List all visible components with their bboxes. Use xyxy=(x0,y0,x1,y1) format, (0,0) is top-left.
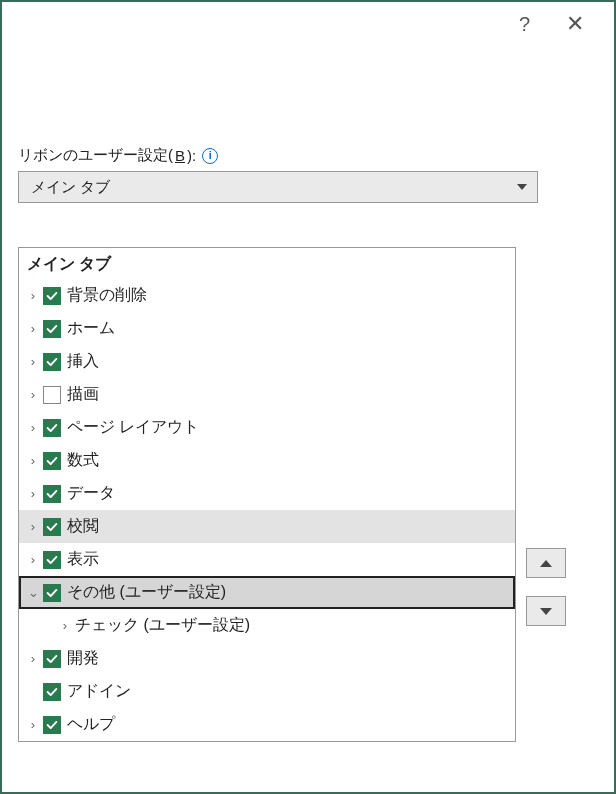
checkbox[interactable] xyxy=(43,287,61,305)
tabs-dropdown[interactable]: メイン タブ xyxy=(18,171,538,203)
chevron-right-icon[interactable]: › xyxy=(25,420,41,435)
tree-item[interactable]: ›数式 xyxy=(19,444,515,477)
tree-item[interactable]: ›背景の削除 xyxy=(19,279,515,312)
move-down-button[interactable] xyxy=(526,596,566,626)
chevron-right-icon[interactable]: › xyxy=(25,651,41,666)
tree-header: メイン タブ xyxy=(19,248,515,279)
triangle-down-icon xyxy=(540,608,552,615)
tree-item-label: チェック (ユーザー設定) xyxy=(75,615,250,636)
tree-item-label: 数式 xyxy=(67,450,99,471)
chevron-right-icon[interactable]: › xyxy=(25,387,41,402)
checkbox[interactable] xyxy=(43,485,61,503)
chevron-down-icon xyxy=(517,184,527,190)
tree-item-label: 描画 xyxy=(67,384,99,405)
tree-item[interactable]: ›チェック (ユーザー設定) xyxy=(19,609,515,642)
tree-item-label: ヘルプ xyxy=(67,714,115,735)
chevron-right-icon[interactable]: › xyxy=(25,453,41,468)
chevron-right-icon[interactable]: › xyxy=(25,519,41,534)
checkbox[interactable] xyxy=(43,353,61,371)
help-icon[interactable]: ? xyxy=(519,13,530,36)
titlebar: ? ✕ xyxy=(2,2,614,46)
chevron-right-icon[interactable]: › xyxy=(25,486,41,501)
checkbox[interactable] xyxy=(43,650,61,668)
tree-item-label: 開発 xyxy=(67,648,99,669)
tree-item-label: データ xyxy=(67,483,115,504)
label-text-prefix: リボンのユーザー設定( xyxy=(18,146,173,165)
info-icon[interactable]: i xyxy=(202,148,218,164)
chevron-right-icon[interactable]: › xyxy=(25,288,41,303)
tree-item-label: その他 (ユーザー設定) xyxy=(67,582,226,603)
checkbox[interactable] xyxy=(43,320,61,338)
content-area: リボンのユーザー設定(B): i メイン タブ メイン タブ ›背景の削除›ホー… xyxy=(2,46,614,742)
chevron-right-icon[interactable]: › xyxy=(25,552,41,567)
tree-item[interactable]: ›ホーム xyxy=(19,312,515,345)
tree-item[interactable]: ›開発 xyxy=(19,642,515,675)
chevron-right-icon[interactable]: › xyxy=(25,717,41,732)
tabs-tree: メイン タブ ›背景の削除›ホーム›挿入›描画›ページ レイアウト›数式›データ… xyxy=(18,247,516,742)
tree-item[interactable]: ›ページ レイアウト xyxy=(19,411,515,444)
close-icon[interactable]: ✕ xyxy=(566,11,584,37)
checkbox[interactable] xyxy=(43,584,61,602)
move-up-button[interactable] xyxy=(526,548,566,578)
chevron-down-icon[interactable]: ⌄ xyxy=(25,585,41,600)
label-text-suffix: ): xyxy=(187,147,196,164)
tree-item[interactable]: ›挿入 xyxy=(19,345,515,378)
tree-item-label: ホーム xyxy=(67,318,115,339)
checkbox[interactable] xyxy=(43,518,61,536)
tree-item[interactable]: ⌄その他 (ユーザー設定) xyxy=(19,576,515,609)
triangle-up-icon xyxy=(540,560,552,567)
tree-item[interactable]: ›描画 xyxy=(19,378,515,411)
dropdown-selected-value: メイン タブ xyxy=(31,178,110,197)
tree-item[interactable]: ›アドイン xyxy=(19,675,515,708)
checkbox[interactable] xyxy=(43,683,61,701)
tree-item-label: 挿入 xyxy=(67,351,99,372)
label-accelerator: B xyxy=(175,147,185,164)
tree-item-label: アドイン xyxy=(67,681,131,702)
tree-item-label: 表示 xyxy=(67,549,99,570)
tree-item[interactable]: ›データ xyxy=(19,477,515,510)
ribbon-customize-panel: ? ✕ リボンのユーザー設定(B): i メイン タブ メイン タブ ›背景の削… xyxy=(0,0,616,794)
tree-item-label: ページ レイアウト xyxy=(67,417,199,438)
checkbox[interactable] xyxy=(43,386,61,404)
chevron-right-icon[interactable]: › xyxy=(57,618,73,633)
chevron-right-icon[interactable]: › xyxy=(25,354,41,369)
checkbox[interactable] xyxy=(43,419,61,437)
checkbox[interactable] xyxy=(43,452,61,470)
chevron-right-icon[interactable]: › xyxy=(25,321,41,336)
checkbox[interactable] xyxy=(43,716,61,734)
ribbon-customize-label: リボンのユーザー設定(B): i xyxy=(18,146,592,165)
reorder-buttons xyxy=(526,548,566,626)
tree-item[interactable]: ›校閲 xyxy=(19,510,515,543)
tree-item-label: 背景の削除 xyxy=(67,285,147,306)
tree-item-label: 校閲 xyxy=(67,516,99,537)
tree-item[interactable]: ›表示 xyxy=(19,543,515,576)
tree-item[interactable]: ›ヘルプ xyxy=(19,708,515,741)
checkbox[interactable] xyxy=(43,551,61,569)
